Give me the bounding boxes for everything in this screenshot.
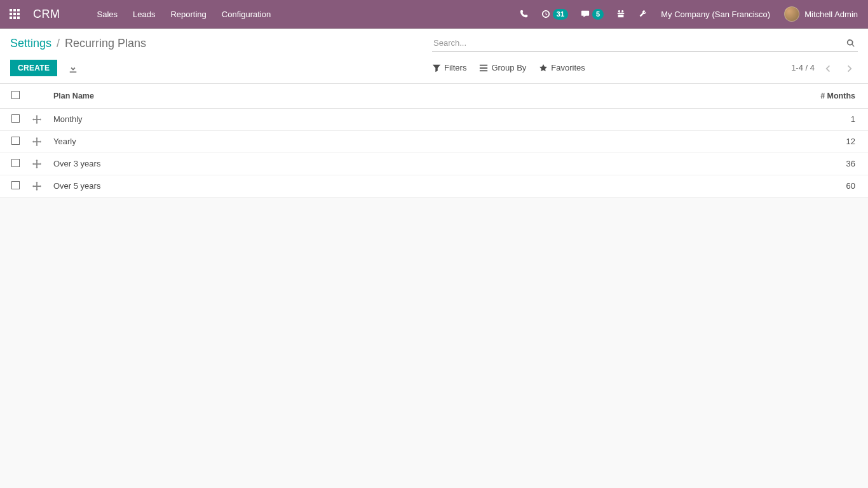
- move-icon: [32, 137, 41, 146]
- breadcrumb-separator: /: [57, 37, 60, 50]
- search-options: Filters Group By Favorites 1-4 / 4: [432, 60, 858, 76]
- favorites-label: Favorites: [551, 63, 585, 72]
- svg-rect-5: [17, 13, 20, 15]
- pager-prev[interactable]: [820, 60, 836, 76]
- header-months[interactable]: # Months: [476, 84, 868, 109]
- systray: 31 5 My Company (San Francisco) Mitchell…: [513, 0, 858, 29]
- header-handle: [25, 84, 48, 109]
- menu-reporting[interactable]: Reporting: [163, 0, 214, 29]
- move-icon: [32, 159, 41, 168]
- chevron-left-icon: [824, 64, 832, 73]
- breadcrumb: Settings / Recurring Plans: [10, 37, 146, 50]
- phone-button[interactable]: [513, 0, 535, 29]
- checkbox-icon: [11, 159, 20, 167]
- svg-rect-6: [10, 17, 12, 19]
- download-icon: [69, 64, 78, 73]
- search-input[interactable]: [432, 35, 858, 51]
- checkbox-icon: [11, 91, 20, 99]
- svg-rect-8: [17, 17, 20, 19]
- filter-icon: [432, 64, 441, 72]
- star-icon: [539, 64, 548, 72]
- row-drag-handle[interactable]: [25, 108, 48, 130]
- svg-rect-1: [13, 9, 16, 11]
- search-container: [432, 35, 858, 51]
- svg-rect-3: [10, 13, 12, 15]
- user-menu[interactable]: Mitchell Admin: [778, 6, 858, 22]
- apps-grid-icon: [10, 9, 20, 19]
- row-checkbox[interactable]: [0, 175, 25, 197]
- control-panel: Settings / Recurring Plans CREATE Filter…: [0, 29, 868, 84]
- list-view: Plan Name # Months Monthly1Yearly12Over …: [0, 84, 868, 198]
- menu-sales[interactable]: Sales: [90, 0, 126, 29]
- cell-plan-name: Monthly: [48, 108, 476, 130]
- pager-value[interactable]: 1-4 / 4: [791, 63, 815, 72]
- cell-plan-name: Over 5 years: [48, 175, 476, 197]
- user-name: Mitchell Admin: [804, 10, 858, 19]
- clock-icon: [541, 10, 550, 18]
- list-icon: [479, 64, 488, 72]
- activities-button[interactable]: 31: [535, 0, 574, 29]
- cell-plan-name: Over 3 years: [48, 152, 476, 175]
- user-avatar: [784, 6, 799, 22]
- table-row[interactable]: Monthly1: [0, 108, 868, 130]
- cell-months: 60: [476, 175, 868, 197]
- breadcrumb-parent[interactable]: Settings: [10, 37, 51, 50]
- checkbox-icon: [11, 181, 20, 189]
- row-drag-handle[interactable]: [25, 175, 48, 197]
- breadcrumb-current: Recurring Plans: [65, 37, 146, 50]
- header-select-all[interactable]: [0, 84, 25, 109]
- company-switcher[interactable]: My Company (San Francisco): [653, 10, 778, 19]
- menu-leads[interactable]: Leads: [125, 0, 163, 29]
- groupby-button[interactable]: Group By: [479, 63, 526, 72]
- search-button[interactable]: [846, 37, 855, 48]
- search-icon: [846, 39, 855, 48]
- app-brand[interactable]: CRM: [33, 8, 60, 21]
- svg-rect-0: [10, 9, 12, 11]
- row-checkbox[interactable]: [0, 152, 25, 175]
- row-drag-handle[interactable]: [25, 152, 48, 175]
- header-plan-name[interactable]: Plan Name: [48, 84, 476, 109]
- row-drag-handle[interactable]: [25, 130, 48, 152]
- table-row[interactable]: Yearly12: [0, 130, 868, 152]
- gift-button[interactable]: [610, 0, 632, 29]
- move-icon: [32, 182, 41, 191]
- filters-label: Filters: [444, 63, 466, 72]
- checkbox-icon: [11, 137, 20, 145]
- pager: 1-4 / 4: [791, 60, 858, 76]
- table-row[interactable]: Over 5 years60: [0, 175, 868, 197]
- phone-icon: [520, 10, 529, 18]
- svg-rect-7: [13, 17, 16, 19]
- cell-months: 1: [476, 108, 868, 130]
- wrench-icon: [638, 10, 647, 18]
- messages-button[interactable]: 5: [574, 0, 610, 29]
- checkbox-icon: [11, 114, 20, 123]
- create-button[interactable]: CREATE: [10, 60, 57, 76]
- menu-configuration[interactable]: Configuration: [214, 0, 278, 29]
- cell-plan-name: Yearly: [48, 130, 476, 152]
- messages-badge: 5: [592, 9, 604, 20]
- pager-next[interactable]: [841, 60, 858, 76]
- export-button[interactable]: [65, 59, 81, 77]
- main-menu: Sales Leads Reporting Configuration: [90, 0, 279, 29]
- groupby-label: Group By: [491, 63, 526, 72]
- cell-months: 12: [476, 130, 868, 152]
- top-navbar: CRM Sales Leads Reporting Configuration …: [0, 0, 868, 29]
- filters-button[interactable]: Filters: [432, 63, 466, 72]
- chevron-right-icon: [845, 64, 854, 73]
- row-checkbox[interactable]: [0, 108, 25, 130]
- move-icon: [32, 115, 41, 124]
- favorites-button[interactable]: Favorites: [539, 63, 585, 72]
- plans-table: Plan Name # Months Monthly1Yearly12Over …: [0, 84, 868, 198]
- debug-button[interactable]: [632, 0, 653, 29]
- table-row[interactable]: Over 3 years36: [0, 152, 868, 175]
- activities-badge: 31: [553, 9, 568, 20]
- gift-icon: [616, 10, 625, 18]
- apps-menu-button[interactable]: [0, 0, 29, 29]
- cell-months: 36: [476, 152, 868, 175]
- svg-rect-4: [13, 13, 16, 15]
- chat-icon: [581, 10, 590, 18]
- row-checkbox[interactable]: [0, 130, 25, 152]
- svg-rect-2: [17, 9, 20, 11]
